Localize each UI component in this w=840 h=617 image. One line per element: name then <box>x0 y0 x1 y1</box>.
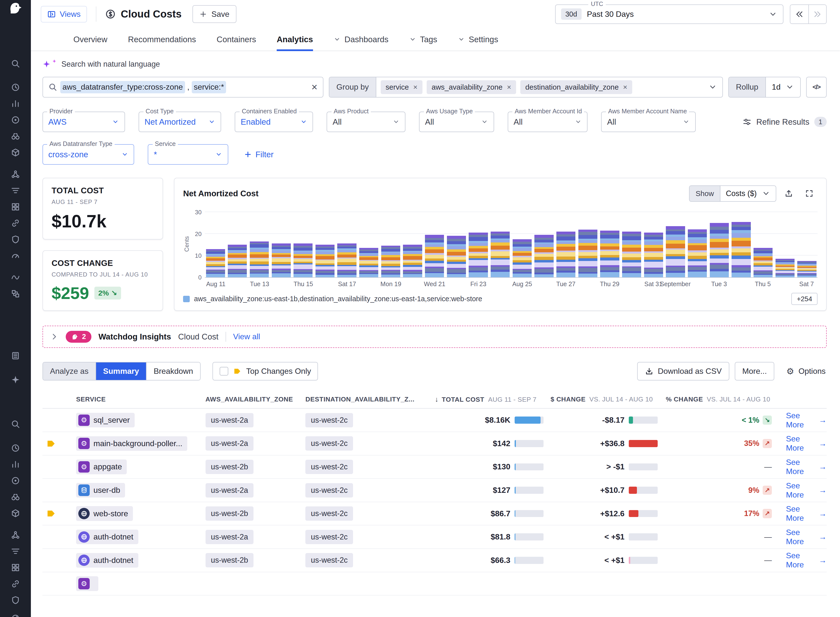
table-row[interactable]: ⚙appgateus-west-2bus-west-2c$130> -$1—Se… <box>43 456 827 479</box>
col-pct-change[interactable]: % CHANGEVS. JUL 14 - AUG 10 <box>658 396 772 403</box>
options-button[interactable]: ⚙ Options <box>780 367 827 376</box>
remove-chip-icon[interactable]: × <box>507 83 511 92</box>
chart-bar[interactable] <box>600 230 619 277</box>
sidebar-item-history[interactable] <box>0 79 31 96</box>
table-row[interactable]: auth-dotnetus-west-2bus-west-2c$66.3< +$… <box>43 549 827 572</box>
tab-tags[interactable]: Tags <box>409 28 437 50</box>
chart-bar[interactable] <box>775 259 794 277</box>
sidebar-item-apps-2[interactable] <box>0 559 31 576</box>
sidebar-item-metrics-2[interactable] <box>0 456 31 472</box>
group-by-control[interactable]: Group by service×aws_availability_zone×d… <box>329 77 723 97</box>
group-by-chip-service[interactable]: service× <box>381 80 423 94</box>
zone-chip[interactable]: us-west-2b <box>206 506 254 521</box>
dest-zone-chip[interactable]: us-west-2c <box>305 436 353 450</box>
table-row[interactable]: user-dbus-west-2aus-west-2c$127+$10.79%↗… <box>43 479 827 502</box>
sidebar-item-synthetics[interactable] <box>0 269 31 286</box>
sidebar-item-history-2[interactable] <box>0 440 31 456</box>
dest-zone-chip[interactable]: us-west-2c <box>305 530 353 544</box>
see-more-link[interactable]: See More→ <box>772 458 827 476</box>
time-range-picker[interactable]: UTC 30d Past 30 Days <box>555 4 784 24</box>
table-row[interactable]: ⚙ <box>43 572 827 596</box>
datadog-logo[interactable] <box>0 0 31 16</box>
col-dest-zone[interactable]: DESTINATION_AVAILABILITY_Z... <box>305 396 435 403</box>
service-chip[interactable]: web-store <box>76 506 133 521</box>
table-row[interactable]: ⚙sql_serverus-west-2aus-west-2c$8.16K-$8… <box>43 409 827 432</box>
search-input[interactable]: aws_datatransfer_type:cross-zone,service… <box>43 77 323 97</box>
sidebar-item-workflows[interactable] <box>0 286 31 302</box>
watchdog-insights-bar[interactable]: 2 Watchdog Insights Cloud Cost View all <box>43 326 827 348</box>
time-shift-back-button[interactable] <box>790 5 808 24</box>
service-chip[interactable]: auth-dotnet <box>76 530 138 544</box>
chart-bar[interactable] <box>272 244 291 277</box>
legend-label[interactable]: aws_availability_zone:us-east-1b,destina… <box>194 295 482 303</box>
filter-aws-product[interactable]: Aws ProductAll <box>327 112 405 132</box>
chart-bar[interactable] <box>491 232 510 277</box>
sidebar-item-dashboards[interactable] <box>0 248 31 264</box>
tab-recommendations[interactable]: Recommendations <box>128 28 196 50</box>
tab-settings[interactable]: Settings <box>458 28 498 50</box>
sidebar-item-watchdog-monitor[interactable] <box>0 112 31 128</box>
chart-bar[interactable] <box>622 232 641 277</box>
chart-bar[interactable] <box>337 244 356 277</box>
chart-show-control[interactable]: Show Costs ($) <box>689 185 776 202</box>
see-more-link[interactable]: See More→ <box>772 551 827 569</box>
see-more-link[interactable]: See More→ <box>772 434 827 453</box>
query-token[interactable]: service:* <box>192 81 226 93</box>
filter-cost-type[interactable]: Cost TypeNet Amortized <box>139 112 221 132</box>
sidebar-item-search[interactable] <box>0 55 31 72</box>
chart-bar[interactable] <box>381 246 400 277</box>
tab-breakdown[interactable]: Breakdown <box>146 362 200 380</box>
chart-bar[interactable] <box>754 248 772 277</box>
table-row[interactable]: auth-dotnetus-west-2aus-west-2c$81.8< +$… <box>43 525 827 549</box>
sidebar-item-binoculars-2[interactable] <box>0 489 31 505</box>
group-by-chip-destination_availability_zone[interactable]: destination_availability_zone× <box>520 80 632 94</box>
service-chip[interactable]: ⚙sql_server <box>76 413 135 427</box>
dest-zone-chip[interactable]: us-west-2c <box>305 506 353 521</box>
chart-bar[interactable] <box>556 232 575 277</box>
download-csv-button[interactable]: Download as CSV <box>637 362 729 381</box>
fullscreen-button[interactable] <box>801 185 818 202</box>
chart-bar[interactable] <box>315 245 334 277</box>
table-row[interactable]: ⚙main-background-poller...us-west-2aus-w… <box>43 432 827 456</box>
chart-bar[interactable] <box>447 236 466 277</box>
filter-containers-enabled[interactable]: Containers EnabledEnabled <box>235 112 313 132</box>
legend-more-badge[interactable]: +254 <box>791 293 818 305</box>
chart-bar[interactable] <box>228 245 247 277</box>
chart-bar[interactable] <box>250 242 269 277</box>
chart-bar[interactable] <box>359 248 378 277</box>
col-dollar-change[interactable]: $ CHANGEVS. JUL 14 - AUG 10 <box>544 396 658 403</box>
top-changes-checkbox[interactable] <box>220 367 228 375</box>
service-chip[interactable]: ⚙ <box>76 576 98 591</box>
sidebar-item-security[interactable] <box>0 231 31 248</box>
sidebar-item-processes-2[interactable] <box>0 527 31 543</box>
chart-bar[interactable] <box>469 233 488 277</box>
clear-search-icon[interactable]: × <box>312 82 318 92</box>
filter-aws-member-account-id[interactable]: Aws Member Account IdAll <box>508 112 587 132</box>
chart-bar[interactable] <box>513 239 532 277</box>
group-by-chip-aws_availability_zone[interactable]: aws_availability_zone× <box>427 80 516 94</box>
tab-summary[interactable]: Summary <box>96 362 146 380</box>
chart-bar[interactable] <box>534 235 553 277</box>
see-more-link[interactable]: See More→ <box>772 411 827 430</box>
zone-chip[interactable]: us-west-2a <box>206 413 254 427</box>
dest-zone-chip[interactable]: us-west-2c <box>305 413 353 427</box>
see-more-link[interactable]: See More→ <box>772 528 827 546</box>
sidebar-item-apm-2[interactable] <box>0 576 31 592</box>
add-filter-button[interactable]: Filter <box>244 150 274 159</box>
chart-bar[interactable] <box>293 244 312 277</box>
sidebar-item-apm[interactable] <box>0 215 31 231</box>
sidebar-item-binoculars[interactable] <box>0 128 31 145</box>
remove-chip-icon[interactable]: × <box>413 83 417 92</box>
dest-zone-chip[interactable]: us-west-2c <box>305 553 353 567</box>
chart-bar[interactable] <box>688 229 707 277</box>
chart-bar[interactable] <box>797 261 816 277</box>
chevron-right-icon[interactable] <box>50 332 59 341</box>
sidebar-item-dashboards-2[interactable] <box>0 608 31 617</box>
tab-overview[interactable]: Overview <box>73 28 108 50</box>
service-chip[interactable]: user-db <box>76 483 125 497</box>
sidebar-item-watchdog-monitor-2[interactable] <box>0 472 31 489</box>
sidebar-item-infrastructure[interactable] <box>0 348 31 364</box>
sidebar-item-bits-ai[interactable] <box>0 372 31 388</box>
tab-analytics[interactable]: Analytics <box>277 28 313 50</box>
zone-chip[interactable]: us-west-2a <box>206 436 254 450</box>
